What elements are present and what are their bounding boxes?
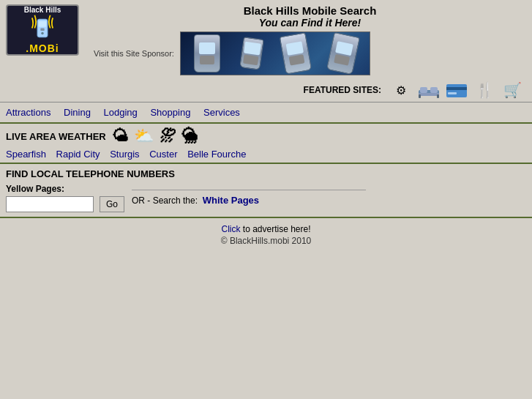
svg-rect-11 — [446, 87, 467, 90]
hotel-icon[interactable] — [417, 81, 441, 99]
svg-rect-9 — [437, 94, 439, 98]
city-sturgis[interactable]: Sturgis — [110, 149, 139, 160]
dining-icon[interactable]: 🍴 — [473, 81, 496, 99]
logo-box: Black Hills .MOBi — [6, 4, 79, 56]
svg-rect-5 — [419, 93, 439, 96]
bed-icon — [417, 81, 441, 99]
sponsor-area: Visit this Site Sponsor: — [94, 31, 526, 75]
city-custer[interactable]: Custer — [149, 149, 177, 160]
weather-title-text: LIVE AREA WEATHER — [6, 131, 106, 142]
card-icon — [445, 81, 468, 99]
cloudy-icon: ⛅ — [134, 127, 154, 146]
featured-label: FEATURED SITES: — [304, 85, 381, 95]
header-center: Black Hills Mobile Search You can Find i… — [86, 4, 526, 75]
sunny-icon: 🌤 — [112, 127, 128, 146]
settings-icon[interactable]: ⚙ — [389, 81, 413, 99]
header: Black Hills .MOBi — [0, 0, 532, 78]
go-button[interactable]: Go — [100, 196, 124, 212]
banner-phone-1 — [194, 34, 220, 72]
sponsor-label: Visit this Site Sponsor: — [94, 49, 174, 58]
nav-services[interactable]: Services — [203, 107, 240, 118]
nav-bar: Attractions Dining Lodging Shopping Serv… — [0, 102, 532, 124]
banner-phone-4 — [326, 32, 360, 75]
svg-rect-7 — [430, 87, 438, 93]
yp-input-row: Go — [6, 196, 124, 212]
city-spearfish[interactable]: Spearfish — [6, 149, 46, 160]
banner-phone-2 — [239, 37, 264, 70]
nav-dining[interactable]: Dining — [64, 107, 91, 118]
banner-phone-3 — [280, 32, 312, 74]
city-rapid-city[interactable]: Rapid City — [56, 149, 100, 160]
nav-shopping[interactable]: Shopping — [150, 107, 190, 118]
advertise-line: Click to advertise here! — [6, 224, 526, 234]
search-input[interactable] — [6, 196, 94, 212]
or-white-pages-group: OR - Search the: White Pages — [132, 190, 366, 207]
yellow-pages-group: Yellow Pages: Go — [6, 184, 124, 212]
svg-rect-12 — [448, 92, 457, 94]
shopping-icon[interactable] — [445, 81, 468, 99]
or-text: OR - Search the: White Pages — [132, 195, 366, 206]
phone-section: FIND LOCAL TELEPHONE NUMBERS Yellow Page… — [0, 164, 532, 218]
weather-section: LIVE AREA WEATHER 🌤 ⛅ ⛈ 🌦 Spearfish Rapi… — [0, 124, 532, 164]
cart-icon[interactable]: 🛒 — [501, 81, 524, 99]
city-belle-fourche[interactable]: Belle Fourche — [187, 149, 246, 160]
copyright-line: © BlackHills.mobi 2010 — [6, 236, 526, 246]
svg-point-3 — [41, 32, 44, 35]
yellow-pages-label: Yellow Pages: — [6, 184, 124, 194]
featured-bar: FEATURED SITES: ⚙ 🍴 🛒 — [0, 78, 532, 102]
white-pages-link[interactable]: White Pages — [203, 195, 259, 206]
svg-rect-6 — [420, 87, 427, 93]
weather-cities: Spearfish Rapid City Sturgis Custer Bell… — [6, 149, 526, 160]
weather-title: LIVE AREA WEATHER 🌤 ⛅ ⛈ 🌦 — [6, 127, 526, 146]
logo-top-text: Black Hills — [24, 6, 61, 14]
nav-attractions[interactable]: Attractions — [6, 107, 50, 118]
svg-rect-2 — [40, 29, 44, 31]
nav-lodging[interactable]: Lodging — [104, 107, 138, 118]
site-subtitle: You can Find it Here! — [94, 17, 526, 29]
site-title-area: Black Hills Mobile Search You can Find i… — [94, 4, 526, 29]
phone-form-area: Yellow Pages: Go OR - Search the: White … — [6, 184, 526, 212]
svg-rect-10 — [446, 84, 467, 97]
footer: Click to advertise here! © BlackHills.mo… — [0, 218, 532, 252]
storm-icon: ⛈ — [160, 127, 176, 146]
svg-rect-8 — [419, 94, 421, 98]
advertise-link[interactable]: Click — [221, 224, 240, 234]
logo-area: Black Hills .MOBi — [6, 4, 86, 56]
logo-phone-icon — [26, 14, 59, 42]
rain-icon: 🌦 — [181, 127, 198, 146]
logo-mobi-text: .MOBi — [26, 42, 59, 54]
phone-title: FIND LOCAL TELEPHONE NUMBERS — [6, 168, 526, 179]
or-text-content: OR - Search the: — [132, 195, 198, 206]
sponsor-banner[interactable] — [180, 31, 370, 75]
svg-rect-1 — [39, 21, 47, 27]
site-title: Black Hills Mobile Search — [94, 4, 526, 17]
advertise-rest: to advertise here! — [240, 224, 310, 234]
